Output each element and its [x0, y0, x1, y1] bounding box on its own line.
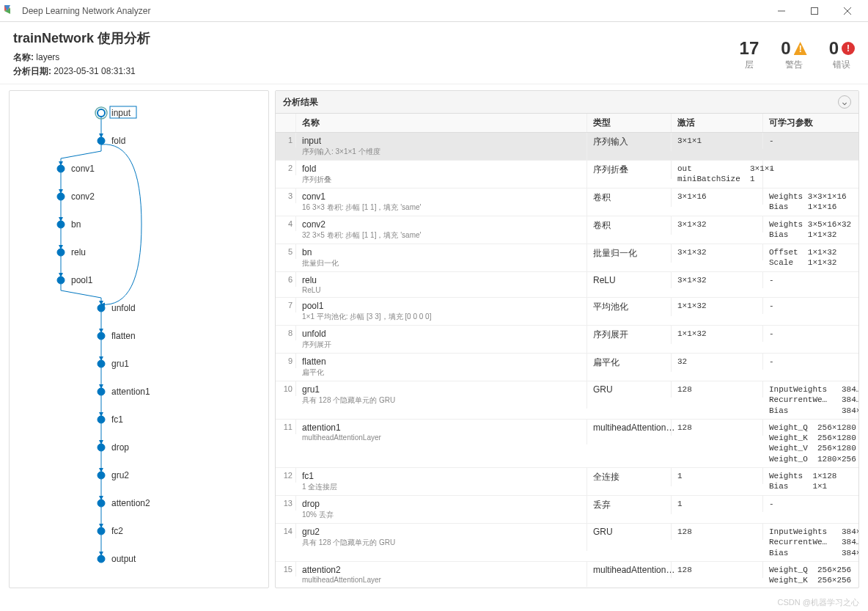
- name-label: 名称:: [13, 52, 34, 62]
- graph-node-fc1[interactable]: fc1: [111, 414, 123, 425]
- maximize-button[interactable]: [798, 0, 831, 22]
- table-header: 名称 类型 激活 可学习参数: [276, 114, 858, 133]
- stat-layers: 17 层: [740, 38, 760, 71]
- date-label: 分析日期:: [13, 66, 51, 76]
- table-row[interactable]: 15attention2multiheadAttentionLayermulti…: [276, 562, 858, 588]
- table-row[interactable]: 3conv116 3×3 卷积: 步幅 [1 1]，填充 'same'卷积3×1…: [276, 189, 858, 216]
- name-value: layers: [36, 52, 59, 62]
- stat-warnings: 0 警告: [781, 38, 806, 71]
- table-row[interactable]: 12fc11 全连接层全连接1Weights 1×128 Bias 1×1: [276, 468, 858, 496]
- svg-point-35: [98, 527, 105, 535]
- table-row[interactable]: 7pool11×1 平均池化: 步幅 [3 3]，填充 [0 0 0 0]平均池…: [276, 298, 858, 326]
- matlab-icon: [4, 5, 16, 17]
- graph-node-input[interactable]: input: [111, 108, 131, 118]
- stat-errors: 0! 错误: [829, 38, 855, 71]
- svg-point-33: [98, 472, 105, 479]
- svg-point-31: [98, 416, 105, 423]
- graph-node-conv2[interactable]: conv2: [71, 191, 95, 202]
- table-row[interactable]: 9flatten扁平化扁平化32-: [276, 354, 858, 381]
- svg-point-22: [57, 165, 65, 172]
- svg-point-21: [98, 137, 105, 144]
- error-icon: !: [842, 42, 855, 55]
- graph-node-relu[interactable]: relu: [71, 247, 86, 257]
- svg-point-30: [98, 388, 105, 395]
- svg-point-28: [98, 332, 105, 340]
- graph-node-attention2[interactable]: attention2: [111, 498, 150, 508]
- svg-point-29: [98, 360, 105, 367]
- table-row[interactable]: 13drop10% 丢弃丢弃1-: [276, 496, 858, 524]
- collapse-icon[interactable]: ⌵: [838, 95, 851, 109]
- svg-point-34: [98, 500, 105, 507]
- graph-node-fc2[interactable]: fc2: [111, 526, 123, 536]
- warning-icon: [794, 42, 807, 55]
- graph-node-unfold[interactable]: unfold: [111, 303, 136, 313]
- minimize-button[interactable]: [765, 0, 798, 22]
- page-title: trainNetwork 使用分析: [13, 29, 150, 47]
- svg-point-19: [98, 109, 105, 117]
- close-button[interactable]: [831, 0, 864, 22]
- svg-point-25: [57, 249, 65, 256]
- header: trainNetwork 使用分析 名称: layers 分析日期: 2023-…: [0, 22, 868, 84]
- graph-node-flatten[interactable]: flatten: [111, 331, 136, 341]
- svg-point-26: [57, 277, 65, 284]
- svg-rect-1: [811, 7, 817, 14]
- window-controls: [765, 0, 864, 22]
- graph-node-output[interactable]: output: [111, 554, 136, 564]
- table-row[interactable]: 8unfold序列展开序列展开1×1×32-: [276, 326, 858, 354]
- graph-node-conv1[interactable]: conv1: [71, 164, 95, 174]
- table-row[interactable]: 1input序列输入: 3×1×1 个维度序列输入3×1×1-: [276, 133, 858, 161]
- network-graph-panel[interactable]: inputfoldconv1conv2bnrelupool1unfoldflat…: [9, 90, 269, 588]
- network-graph[interactable]: inputfoldconv1conv2bnrelupool1unfoldflat…: [10, 91, 268, 588]
- table-row[interactable]: 6reluReLUReLU3×1×32-: [276, 272, 858, 298]
- window-title: Deep Learning Network Analyzer: [22, 6, 765, 16]
- graph-node-gru2[interactable]: gru2: [111, 470, 129, 480]
- svg-point-23: [57, 193, 65, 200]
- watermark: CSDN @机器学习之心: [778, 597, 859, 608]
- table-body[interactable]: 1input序列输入: 3×1×1 个维度序列输入3×1×1-2fold序列折叠…: [276, 133, 858, 588]
- table-row[interactable]: 10gru1具有 128 个隐藏单元的 GRUGRU128InputWeight…: [276, 381, 858, 420]
- graph-node-attention1[interactable]: attention1: [111, 387, 150, 397]
- analysis-table-panel: 分析结果 ⌵ 名称 类型 激活 可学习参数 1input序列输入: 3×1×1 …: [275, 90, 859, 588]
- graph-node-fold[interactable]: fold: [111, 136, 125, 146]
- table-row[interactable]: 5bn批量归一化批量归一化3×1×32Offset 1×1×32 Scale 1…: [276, 244, 858, 272]
- graph-node-gru1[interactable]: gru1: [111, 359, 129, 369]
- date-value: 2023-05-31 08:31:31: [54, 66, 135, 76]
- svg-point-24: [57, 221, 65, 228]
- table-title-bar: 分析结果 ⌵: [276, 91, 858, 114]
- table-row[interactable]: 2fold序列折叠序列折叠out 3×1×1 miniBatchSize 1-: [276, 161, 858, 189]
- stats-panel: 17 层 0 警告 0! 错误: [740, 38, 855, 71]
- graph-node-pool1[interactable]: pool1: [71, 275, 93, 285]
- titlebar: Deep Learning Network Analyzer: [0, 0, 868, 22]
- svg-point-36: [98, 555, 105, 563]
- table-row[interactable]: 4conv232 3×5 卷积: 步幅 [1 1]，填充 'same'卷积3×1…: [276, 216, 858, 244]
- table-row[interactable]: 14gru2具有 128 个隐藏单元的 GRUGRU128InputWeight…: [276, 524, 858, 562]
- graph-node-drop[interactable]: drop: [111, 442, 129, 453]
- main-content: inputfoldconv1conv2bnrelupool1unfoldflat…: [0, 84, 868, 594]
- svg-point-27: [98, 304, 105, 312]
- table-row[interactable]: 11attention1multiheadAttentionLayermulti…: [276, 420, 858, 468]
- svg-point-32: [98, 444, 105, 451]
- graph-node-bn[interactable]: bn: [71, 219, 81, 230]
